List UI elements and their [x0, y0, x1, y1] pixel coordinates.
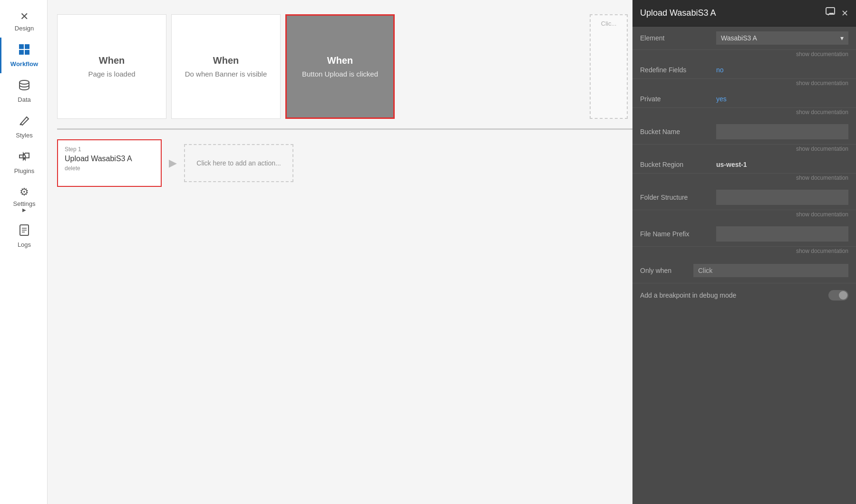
sidebar: ✕ Design Workflow Data — [0, 0, 48, 504]
workflow-icon — [18, 43, 30, 58]
svg-point-4 — [19, 80, 29, 84]
folder-structure-input[interactable] — [716, 190, 848, 205]
debug-label: Add a breakpoint in debug mode — [640, 291, 823, 299]
bucket-region-value[interactable]: us-west-1 — [716, 161, 848, 168]
sidebar-item-workflow[interactable]: Workflow — [0, 38, 47, 73]
when-label-2: When — [213, 55, 239, 66]
element-value-text: WasabiS3 A — [721, 34, 757, 42]
field-redefine: Redefine Fields no — [632, 61, 856, 79]
step-number-1: Step 1 — [65, 146, 154, 153]
svg-rect-2 — [19, 50, 24, 55]
logs-icon — [19, 224, 30, 239]
sidebar-item-data[interactable]: Data — [0, 73, 47, 109]
panel-body: Element WasabiS3 A ▾ show documentation … — [632, 27, 856, 504]
field-private: Private yes — [632, 90, 856, 108]
when-label-1: When — [99, 55, 125, 66]
file-name-prefix-show-doc[interactable]: show documentation — [632, 247, 856, 258]
svg-rect-3 — [25, 50, 29, 55]
field-file-name-prefix: File Name Prefix — [632, 222, 856, 247]
sidebar-item-workflow-label: Workflow — [10, 60, 38, 68]
folder-structure-show-doc[interactable]: show documentation — [632, 210, 856, 222]
sidebar-item-styles[interactable]: Styles — [0, 109, 47, 145]
redefine-show-doc[interactable]: show documentation — [632, 79, 856, 90]
trigger-card-banner-visible[interactable]: When Do when Banner is visible — [171, 14, 281, 119]
settings-expand-icon: ▶ — [22, 207, 26, 213]
design-icon: ✕ — [20, 10, 29, 23]
private-value[interactable]: yes — [716, 95, 848, 103]
styles-icon — [18, 115, 30, 130]
panel-title: Upload WasabiS3 A — [640, 8, 825, 18]
field-element: Element WasabiS3 A ▾ — [632, 27, 856, 50]
element-value[interactable]: WasabiS3 A ▾ — [716, 31, 848, 45]
sidebar-item-design[interactable]: ✕ Design — [0, 5, 47, 38]
debug-row: Add a breakpoint in debug mode — [632, 283, 856, 307]
when-label-3: When — [327, 55, 353, 66]
trigger-card-page-loaded[interactable]: When Page is loaded — [57, 14, 166, 119]
only-when-value[interactable]: Click — [693, 264, 848, 277]
data-icon — [18, 79, 30, 94]
only-when-label: Only when — [640, 267, 688, 274]
sidebar-item-data-label: Data — [18, 96, 30, 103]
add-action-card[interactable]: Click here to add an action... — [184, 144, 293, 182]
sidebar-item-logs[interactable]: Logs — [0, 218, 47, 254]
panel-close-icon[interactable]: ✕ — [841, 8, 848, 19]
far-right-label: Clic... — [601, 20, 617, 27]
panel-header-icons: ✕ — [825, 7, 848, 19]
private-label: Private — [640, 95, 716, 103]
when-desc-2: Do when Banner is visible — [185, 70, 267, 78]
panel-header: Upload WasabiS3 A ✕ — [632, 0, 856, 27]
plugins-icon — [18, 150, 30, 165]
sidebar-item-plugins-label: Plugins — [14, 167, 35, 174]
add-action-label: Click here to add an action... — [196, 159, 281, 167]
sidebar-item-plugins[interactable]: Plugins — [0, 145, 47, 180]
far-right-trigger-card[interactable]: Clic... — [590, 14, 628, 119]
step-delete-1[interactable]: delete — [65, 165, 154, 172]
debug-toggle[interactable] — [828, 290, 848, 300]
step-card-1[interactable]: Step 1 Upload WasabiS3 A delete — [57, 139, 162, 187]
sidebar-item-settings-label: Settings — [13, 200, 36, 207]
sidebar-item-logs-label: Logs — [18, 241, 31, 248]
sidebar-item-styles-label: Styles — [16, 132, 32, 139]
redefine-label: Redefine Fields — [640, 66, 716, 74]
right-panel: Upload WasabiS3 A ✕ Element WasabiS3 A ▾… — [632, 0, 856, 504]
panel-comment-icon[interactable] — [825, 7, 836, 19]
step-name-1: Upload WasabiS3 A — [65, 155, 154, 163]
file-name-prefix-input[interactable] — [716, 226, 848, 242]
svg-rect-0 — [19, 44, 24, 49]
element-show-doc[interactable]: show documentation — [632, 50, 856, 61]
sidebar-item-settings[interactable]: ⚙ Settings ▶ — [0, 180, 47, 218]
settings-icon: ⚙ — [19, 186, 29, 198]
field-bucket-name: Bucket Name — [632, 119, 856, 145]
trigger-card-button-upload[interactable]: When Button Upload is clicked — [285, 14, 395, 119]
sidebar-item-design-label: Design — [15, 25, 34, 32]
element-dropdown-icon: ▾ — [840, 34, 844, 42]
only-when-row: Only when Click — [632, 258, 856, 283]
private-show-doc[interactable]: show documentation — [632, 108, 856, 119]
redefine-value[interactable]: no — [716, 66, 848, 74]
svg-rect-1 — [25, 44, 29, 49]
folder-structure-label: Folder Structure — [640, 194, 716, 201]
bucket-region-label: Bucket Region — [640, 161, 716, 168]
bucket-name-input[interactable] — [716, 124, 848, 139]
file-name-prefix-label: File Name Prefix — [640, 230, 716, 238]
field-folder-structure: Folder Structure — [632, 185, 856, 210]
element-label: Element — [640, 34, 716, 42]
debug-toggle-knob — [839, 291, 847, 300]
bucket-name-show-doc[interactable]: show documentation — [632, 145, 856, 156]
when-desc-1: Page is loaded — [88, 70, 135, 78]
bucket-name-label: Bucket Name — [640, 128, 716, 136]
field-bucket-region: Bucket Region us-west-1 — [632, 156, 856, 174]
step-arrow: ▶ — [169, 157, 177, 169]
bucket-region-show-doc[interactable]: show documentation — [632, 174, 856, 185]
when-desc-3: Button Upload is clicked — [302, 70, 378, 78]
